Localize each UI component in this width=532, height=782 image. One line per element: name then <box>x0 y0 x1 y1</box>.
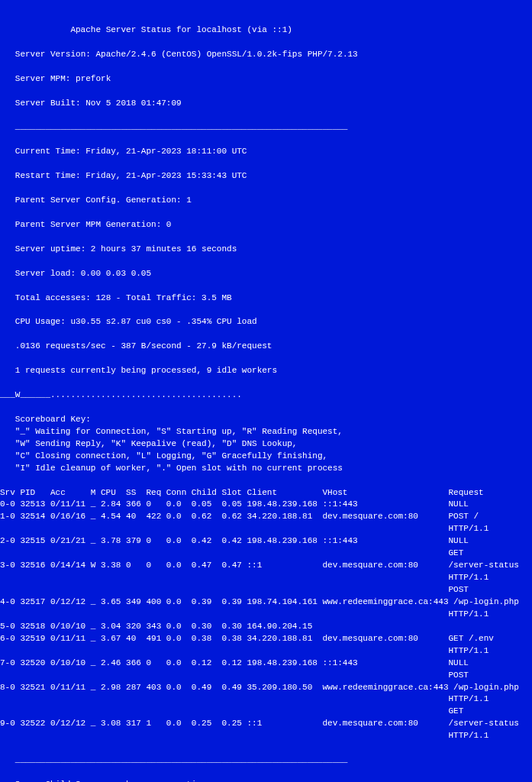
worker-row: 9-0 32522 0/12/12 _ 3.08 317 1 0.0 0.25 … <box>0 719 519 740</box>
scoreboard-key-3: "C" Closing connection, "L" Logging, "G"… <box>15 451 327 460</box>
worker-row: 3-0 32516 0/14/14 W 3.38 0 0 0.0 0.47 0.… <box>0 561 519 594</box>
cpu-usage: CPU Usage: u30.55 s2.87 cu0 cs0 - .354% … <box>15 317 257 326</box>
worker-row: 6-0 32519 0/11/11 _ 3.67 40 491 0.0 0.38… <box>0 634 494 655</box>
uptime: Server uptime: 2 hours 37 minutes 16 sec… <box>15 244 237 254</box>
worker-row: 8-0 32521 0/11/11 _ 2.98 287 403 0.0 0.4… <box>0 683 519 716</box>
hr: ________________________________________… <box>0 755 347 764</box>
server-version: Server Version: Apache/2.4.6 (CentOS) Op… <box>15 50 358 59</box>
total-accesses: Total accesses: 128 - Total Traffic: 3.5… <box>15 293 232 302</box>
scoreboard-key-2: "W" Sending Reply, "K" Keepalive (read),… <box>15 439 298 448</box>
worker-row: 4-0 32517 0/12/12 _ 3.65 349 400 0.0 0.3… <box>0 597 519 619</box>
scoreboard-key-4: "I" Idle cleanup of worker, "." Open slo… <box>15 464 343 473</box>
hr: ________________________________________… <box>0 122 347 131</box>
config-generation: Parent Server Config. Generation: 1 <box>15 196 192 205</box>
worker-summary: 1 requests currently being processed, 9 … <box>15 366 277 375</box>
worker-table-header: Srv PID Acc M CPU SS Req Conn Child Slot… <box>0 488 484 497</box>
server-mpm: Server MPM: prefork <box>15 74 111 83</box>
terminal-output: Apache Server Status for localhost (via … <box>0 24 532 782</box>
worker-row: 5-0 32518 0/10/10 _ 3.04 320 343 0.0 0.3… <box>0 622 312 631</box>
worker-row: 2-0 32515 0/21/21 _ 3.78 379 0 0.0 0.42 … <box>0 536 469 557</box>
worker-row: 1-0 32514 0/16/16 _ 4.54 40 422 0.0 0.62… <box>0 512 488 533</box>
page-title: Apache Server Status for localhost (via … <box>70 25 292 34</box>
scoreboard-key-1: "_" Waiting for Connection, "S" Starting… <box>15 427 343 436</box>
scoreboard-line: ___W______..............................… <box>0 390 242 399</box>
current-time: Current Time: Friday, 21-Apr-2023 18:11:… <box>15 147 247 156</box>
server-load: Server load: 0.00 0.03 0.05 <box>15 269 151 278</box>
scoreboard-key-header: Scoreboard Key: <box>15 415 91 424</box>
request-rate: .0136 requests/sec - 387 B/second - 27.9… <box>15 341 272 351</box>
restart-time: Restart Time: Friday, 21-Apr-2023 15:33:… <box>15 171 247 180</box>
worker-row: 7-0 32520 0/10/10 _ 2.46 366 0 0.0 0.12 … <box>0 658 469 680</box>
server-built: Server Built: Nov 5 2018 01:47:09 <box>15 99 182 108</box>
mpm-generation: Parent Server MPM Generation: 0 <box>15 220 172 229</box>
worker-row: 0-0 32513 0/11/11 _ 2.84 366 0 0.0 0.05 … <box>0 499 469 509</box>
